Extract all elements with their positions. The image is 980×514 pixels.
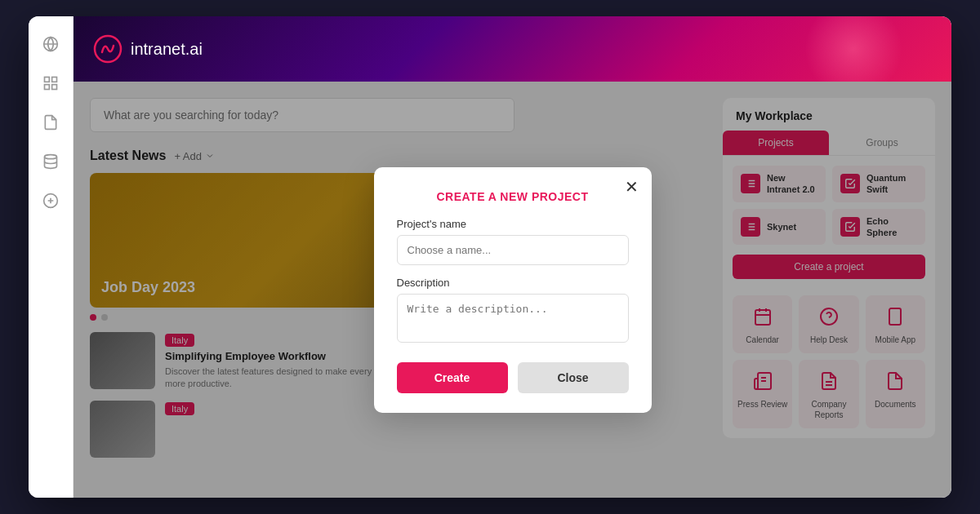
app-header: intranet.ai bbox=[74, 16, 951, 82]
modal-buttons: Create Close bbox=[397, 362, 629, 393]
modal-desc-label: Description bbox=[397, 277, 629, 289]
database-icon[interactable] bbox=[39, 150, 62, 173]
logo: intranet.ai bbox=[93, 34, 203, 64]
project-description-input[interactable] bbox=[397, 294, 629, 343]
svg-rect-3 bbox=[52, 78, 57, 82]
logo-icon bbox=[93, 34, 122, 64]
globe-icon[interactable] bbox=[39, 33, 62, 55]
svg-rect-5 bbox=[52, 85, 57, 90]
project-name-input[interactable] bbox=[397, 235, 629, 265]
body-area: Latest News + Add Job Day 2023 bbox=[74, 82, 951, 498]
grid-icon[interactable] bbox=[39, 72, 62, 95]
svg-rect-2 bbox=[45, 78, 50, 82]
file-icon[interactable] bbox=[39, 111, 62, 134]
sidebar bbox=[29, 16, 74, 498]
modal-create-button[interactable]: Create bbox=[397, 362, 508, 393]
svg-point-6 bbox=[45, 155, 57, 159]
modal-name-label: Project's name bbox=[397, 218, 629, 230]
create-project-modal: ✕ CREATE A NEW PROJECT Project's name De… bbox=[374, 167, 652, 413]
logo-text: intranet.ai bbox=[131, 40, 203, 59]
svg-rect-4 bbox=[45, 85, 50, 90]
modal-overlay[interactable]: ✕ CREATE A NEW PROJECT Project's name De… bbox=[74, 82, 951, 498]
plus-circle-icon[interactable] bbox=[39, 189, 62, 212]
main-content: intranet.ai Latest News + Add Job Day 20… bbox=[74, 16, 951, 498]
modal-close-button[interactable]: ✕ bbox=[625, 179, 639, 195]
modal-title: CREATE A NEW PROJECT bbox=[397, 190, 629, 203]
modal-close-btn[interactable]: Close bbox=[518, 362, 629, 393]
